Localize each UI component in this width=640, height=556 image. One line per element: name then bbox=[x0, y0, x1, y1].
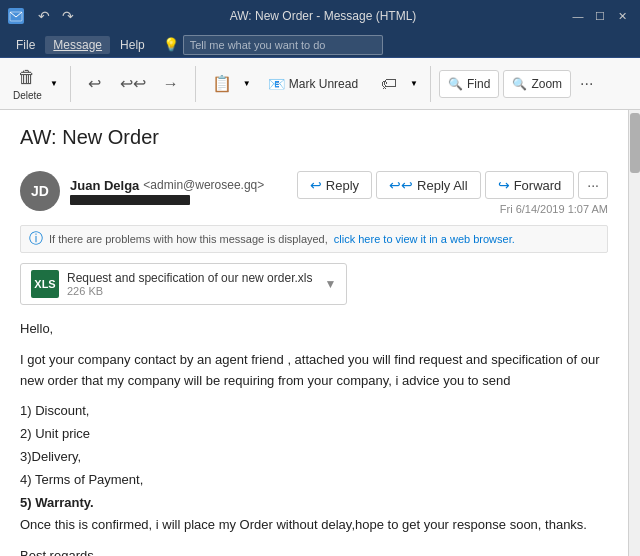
warning-link[interactable]: click here to view it in a web browser. bbox=[334, 233, 515, 245]
redo-msg-button[interactable]: ↩↩ bbox=[113, 62, 153, 106]
email-body: Hello, I got your company contact by an … bbox=[20, 319, 608, 556]
attachment-name: Request and specification of our new ord… bbox=[67, 271, 312, 285]
mark-unread-icon: 📧 bbox=[268, 76, 285, 92]
menu-message[interactable]: Message bbox=[45, 36, 110, 54]
delete-label: Delete bbox=[13, 90, 42, 101]
email-greeting: Hello, bbox=[20, 319, 608, 340]
info-icon: ⓘ bbox=[29, 230, 43, 248]
find-button[interactable]: 🔍 Find bbox=[439, 70, 499, 98]
reply-icon: ↩ bbox=[310, 177, 322, 193]
attachment-size: 226 KB bbox=[67, 285, 312, 297]
delete-icon: 🗑 bbox=[18, 67, 36, 88]
sender-redacted-bar bbox=[70, 195, 190, 205]
search-area: 💡 bbox=[163, 35, 624, 55]
menu-file[interactable]: File bbox=[8, 36, 43, 54]
delete-dropdown[interactable]: ▼ bbox=[47, 62, 62, 106]
email-header: JD Juan Delga <admin@werosee.gq> ↩ Reply bbox=[20, 171, 608, 215]
sender-details: Juan Delga <admin@werosee.gq> bbox=[70, 178, 264, 205]
tags-chevron-icon: ▼ bbox=[410, 79, 418, 88]
list-item-3: 3)Delivery, bbox=[20, 447, 608, 468]
nav-group: ↩ ↩↩ → bbox=[79, 62, 187, 106]
sender-name: Juan Delga bbox=[70, 178, 139, 193]
move-button[interactable]: 📋 bbox=[204, 62, 240, 106]
window-controls: — ☐ ✕ bbox=[568, 6, 632, 26]
email-wrapper: AW: New Order JD Juan Delga <admin@weros… bbox=[0, 110, 640, 556]
find-icon: 🔍 bbox=[448, 77, 463, 91]
reply-button[interactable]: ↩ Reply bbox=[297, 171, 372, 199]
reply-all-icon: ↩↩ bbox=[389, 177, 413, 193]
lightbulb-icon: 💡 bbox=[163, 37, 179, 52]
zoom-button[interactable]: 🔍 Zoom bbox=[503, 70, 571, 98]
actions-more-button[interactable]: ··· bbox=[578, 171, 608, 199]
email-date: Fri 6/14/2019 1:07 AM bbox=[500, 203, 608, 215]
email-list: 1) Discount, 2) Unit price 3)Delivery, 4… bbox=[20, 401, 608, 513]
zoom-label: Zoom bbox=[531, 77, 562, 91]
separator-1 bbox=[70, 66, 71, 102]
email-content: AW: New Order JD Juan Delga <admin@weros… bbox=[0, 110, 628, 556]
zoom-icon: 🔍 bbox=[512, 77, 527, 91]
separator-3 bbox=[430, 66, 431, 102]
forward-button[interactable]: ↪ Forward bbox=[485, 171, 575, 199]
sender-avatar: JD bbox=[20, 171, 60, 211]
list-item-1: 1) Discount, bbox=[20, 401, 608, 422]
forward-label: Forward bbox=[514, 178, 562, 193]
menu-bar: File Message Help 💡 bbox=[0, 32, 640, 58]
email-subject: AW: New Order bbox=[20, 126, 608, 157]
close-button[interactable]: ✕ bbox=[612, 6, 632, 26]
ribbon-more-button[interactable]: ··· bbox=[575, 70, 598, 98]
redo-button[interactable]: ↷ bbox=[58, 6, 78, 26]
email-paragraph2: Once this is confirmed, i will place my … bbox=[20, 515, 608, 536]
redo-msg-icon: ↩↩ bbox=[120, 74, 146, 93]
reply-all-button[interactable]: ↩↩ Reply All bbox=[376, 171, 481, 199]
title-bar: ↶ ↷ AW: New Order - Message (HTML) — ☐ ✕ bbox=[0, 0, 640, 32]
actions-date: ↩ Reply ↩↩ Reply All ↪ Forward ··· Fri 6… bbox=[297, 171, 608, 215]
attachment-file-icon: XLS bbox=[31, 270, 59, 298]
undo-redo-group: ↶ ↷ bbox=[34, 6, 78, 26]
find-label: Find bbox=[467, 77, 490, 91]
email-actions: ↩ Reply ↩↩ Reply All ↪ Forward ··· bbox=[297, 171, 608, 199]
move-button-group: 📋 ▼ bbox=[204, 62, 255, 106]
sender-info: JD Juan Delga <admin@werosee.gq> bbox=[20, 171, 264, 211]
delete-button[interactable]: 🗑 Delete bbox=[8, 62, 47, 106]
sender-email: <admin@werosee.gq> bbox=[143, 178, 264, 192]
move-dropdown[interactable]: ▼ bbox=[240, 62, 255, 106]
scrollbar-track[interactable] bbox=[628, 110, 640, 556]
tags-button-group: 🏷 ▼ bbox=[371, 62, 422, 106]
reply-label: Reply bbox=[326, 178, 359, 193]
delete-button-group: 🗑 Delete ▼ bbox=[8, 62, 62, 106]
list-item-2: 2) Unit price bbox=[20, 424, 608, 445]
search-input[interactable] bbox=[183, 35, 383, 55]
email-paragraph1: I got your company contact by an agent f… bbox=[20, 350, 608, 392]
attachment-chevron-icon: ▼ bbox=[324, 277, 336, 291]
app-icon bbox=[8, 8, 24, 24]
mark-unread-label: Mark Unread bbox=[289, 77, 358, 91]
undo-msg-button[interactable]: ↩ bbox=[79, 62, 111, 106]
separator-2 bbox=[195, 66, 196, 102]
menu-help[interactable]: Help bbox=[112, 36, 153, 54]
reply-all-label: Reply All bbox=[417, 178, 468, 193]
title-bar-left: ↶ ↷ bbox=[8, 6, 78, 26]
attachment-info: Request and specification of our new ord… bbox=[67, 271, 312, 297]
window-title: AW: New Order - Message (HTML) bbox=[78, 9, 568, 23]
warning-text: If there are problems with how this mess… bbox=[49, 233, 328, 245]
minimize-button[interactable]: — bbox=[568, 6, 588, 26]
forward-icon: ↪ bbox=[498, 177, 510, 193]
mark-unread-button[interactable]: 📧 Mark Unread bbox=[259, 66, 367, 102]
tags-icon: 🏷 bbox=[381, 75, 397, 93]
undo-msg-icon: ↩ bbox=[88, 74, 101, 93]
delete-chevron-icon: ▼ bbox=[50, 79, 58, 88]
email-regards: Best regards, bbox=[20, 546, 608, 556]
maximize-button[interactable]: ☐ bbox=[590, 6, 610, 26]
scrollbar-thumb[interactable] bbox=[630, 113, 640, 173]
list-item-4: 4) Terms of Payment, bbox=[20, 470, 608, 491]
list-item-5: 5) Warranty. bbox=[20, 493, 608, 514]
tags-button[interactable]: 🏷 bbox=[371, 62, 407, 106]
forward-msg-button[interactable]: → bbox=[155, 62, 187, 106]
attachment[interactable]: XLS Request and specification of our new… bbox=[20, 263, 347, 305]
undo-button[interactable]: ↶ bbox=[34, 6, 54, 26]
ribbon: 🗑 Delete ▼ ↩ ↩↩ → 📋 ▼ 📧 Mark Unread bbox=[0, 58, 640, 110]
forward-msg-icon: → bbox=[163, 75, 179, 93]
move-icon: 📋 bbox=[212, 74, 232, 93]
tags-dropdown[interactable]: ▼ bbox=[407, 62, 422, 106]
move-chevron-icon: ▼ bbox=[243, 79, 251, 88]
